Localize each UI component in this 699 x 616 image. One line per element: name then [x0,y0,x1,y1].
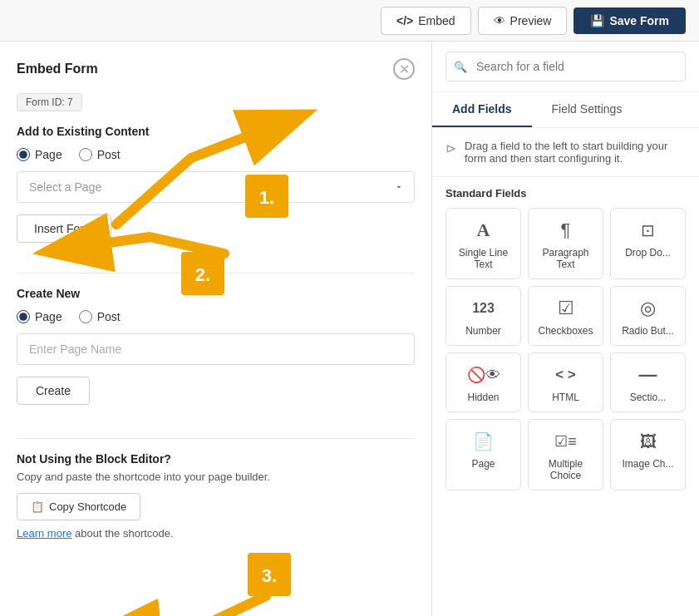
post-radio-option[interactable]: Post [79,148,121,161]
save-icon: 💾 [590,14,604,27]
insert-form-button[interactable]: Insert Form [17,214,111,243]
divider-2 [17,438,415,439]
paragraph-text-label: Paragraph Text [535,247,596,270]
eye-icon: 👁 [494,14,505,27]
create-page-radio-option[interactable]: Page [17,310,62,323]
field-single-line-text[interactable]: A Single Line Text [445,208,521,279]
insert-form-label: Insert Form [34,222,94,235]
section-icon: — [618,363,678,387]
page-select-dropdown[interactable]: Select a Page [17,171,415,203]
embed-label: Embed [418,14,455,27]
close-button[interactable]: ✕ [393,58,415,80]
create-new-radio-group: Page Post [17,310,415,323]
create-new-section: Create New Page Post Create [17,287,415,421]
add-existing-radio-group: Page Post [17,148,415,161]
drop-down-label: Drop Do... [618,247,678,259]
tab-add-fields[interactable]: Add Fields [432,92,532,127]
paragraph-text-icon: ¶ [535,219,596,242]
create-new-label: Create New [17,287,415,300]
post-radio[interactable] [79,148,92,161]
create-page-radio[interactable] [17,310,30,323]
save-label: Save Form [609,14,669,27]
search-input[interactable] [445,52,686,81]
field-number[interactable]: 123 Number [445,286,521,346]
field-paragraph-text[interactable]: ¶ Paragraph Text [528,208,603,279]
page-name-input[interactable] [17,333,415,365]
drop-down-icon: ⊡ [618,219,678,242]
field-radio-buttons[interactable]: ◎ Radio But... [610,286,686,346]
checkboxes-label: Checkboxes [535,325,596,337]
tab-field-settings[interactable]: Field Settings [532,92,642,127]
drag-hint: ⊳ Drag a field to the left to start buil… [432,128,699,177]
panel-title: Embed Form [17,62,98,76]
drag-hint-text: Drag a field to the left to start buildi… [465,140,686,165]
create-page-label: Page [35,310,62,323]
divider-1 [17,273,415,274]
create-button[interactable]: Create [17,377,90,405]
page-radio-option[interactable]: Page [17,148,62,161]
learn-more-link[interactable]: Learn more [17,527,71,540]
field-html[interactable]: < > HTML [528,352,603,412]
field-drop-down[interactable]: ⊡ Drop Do... [610,208,686,279]
standard-fields-label: Standard Fields [445,187,686,200]
embed-button[interactable]: </> Embed [381,7,471,35]
tabs-row: Add Fields Field Settings [432,92,699,128]
field-hidden[interactable]: 🚫👁 Hidden [445,352,521,412]
create-post-radio[interactable] [79,310,92,323]
search-bar [432,42,699,92]
multiple-choice-icon: ☑≡ [535,430,596,453]
page-radio[interactable] [17,148,30,161]
page-label: Page [453,458,514,470]
post-radio-label: Post [97,148,121,161]
embed-code-icon: </> [396,14,413,27]
html-label: HTML [535,392,596,403]
hidden-icon: 🚫👁 [453,363,514,387]
create-post-label: Post [97,310,121,323]
create-button-label: Create [36,384,71,397]
section-label: Sectio... [618,392,678,403]
image-choice-label: Image Ch... [618,458,678,470]
panel-header: Embed Form ✕ [17,58,415,80]
svg-text:3.: 3. [262,565,277,586]
form-id-badge: Form ID: 7 [17,93,82,111]
left-panel: Embed Form ✕ Form ID: 7 Add to Existing … [0,42,432,616]
copy-shortcode-label: Copy Shortcode [49,500,126,513]
radio-buttons-icon: ◎ [618,297,678,320]
preview-button[interactable]: 👁 Preview [478,7,568,35]
fields-grid: A Single Line Text ¶ Paragraph Text ⊡ Dr… [445,208,686,490]
create-post-radio-option[interactable]: Post [79,310,121,323]
cursor-icon: ⊳ [445,140,456,156]
svg-rect-6 [248,553,291,596]
field-section[interactable]: — Sectio... [610,352,686,412]
fields-section: Standard Fields A Single Line Text ¶ Par… [432,177,699,616]
copy-icon: 📋 [31,500,44,513]
add-existing-label: Add to Existing Content [17,125,415,138]
image-choice-icon: 🖼 [618,430,678,453]
top-bar: </> Embed 👁 Preview 💾 Save Form [0,0,699,42]
single-line-text-icon: A [453,219,514,242]
search-wrapper [445,52,686,81]
field-multiple-choice[interactable]: ☑≡ Multiple Choice [528,419,603,490]
field-image-choice[interactable]: 🖼 Image Ch... [610,419,686,490]
checkboxes-icon: ☑ [535,297,596,320]
page-radio-label: Page [35,148,62,161]
hidden-label: Hidden [453,392,514,403]
preview-label: Preview [510,14,552,27]
field-page[interactable]: 📄 Page [445,419,521,490]
single-line-text-label: Single Line Text [453,247,514,270]
svg-text:2.: 2. [195,264,210,285]
save-form-button[interactable]: 💾 Save Form [573,7,686,34]
copy-shortcode-button[interactable]: 📋 Copy Shortcode [17,493,140,520]
not-using-description: Copy and paste the shortcode into your p… [17,471,415,483]
radio-buttons-label: Radio But... [618,325,678,337]
not-using-section: Not Using the Block Editor? Copy and pas… [17,452,415,540]
main-content: Embed Form ✕ Form ID: 7 Add to Existing … [0,42,699,616]
learn-more-suffix: about the shortcode. [71,527,173,540]
multiple-choice-label: Multiple Choice [535,458,596,481]
learn-more-line: Learn more about the shortcode. [17,527,415,540]
html-icon: < > [535,363,596,387]
not-using-title: Not Using the Block Editor? [17,452,415,466]
field-checkboxes[interactable]: ☑ Checkboxes [528,286,603,346]
right-panel: Add Fields Field Settings ⊳ Drag a field… [432,42,699,616]
number-icon: 123 [453,297,514,320]
